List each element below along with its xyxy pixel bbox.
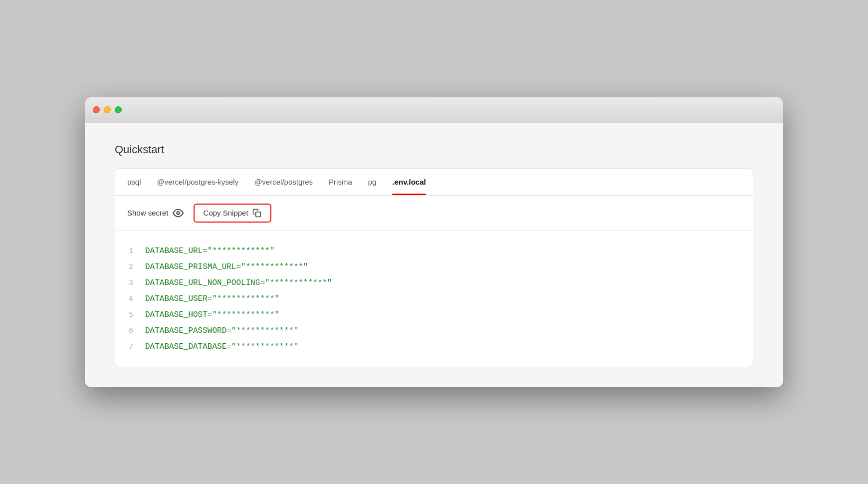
code-line-4: 4 DATABASE_USER="************": [123, 291, 741, 307]
tab-env-local[interactable]: .env.local: [392, 169, 426, 195]
code-line-7: 7 DATABASE_DATABASE="************": [123, 339, 741, 355]
tab-prisma[interactable]: Prisma: [329, 169, 352, 195]
line-number-1: 1: [123, 247, 133, 255]
tab-psql[interactable]: psql: [127, 169, 141, 195]
traffic-lights: [93, 106, 122, 113]
line-number-3: 3: [123, 279, 133, 287]
line-number-5: 5: [123, 311, 133, 319]
page-title: Quickstart: [115, 143, 753, 156]
show-secret-label: Show secret: [127, 209, 169, 217]
tab-pg[interactable]: pg: [368, 169, 377, 195]
svg-point-0: [177, 212, 180, 215]
tab-kysely[interactable]: @vercel/postgres-kysely: [157, 169, 239, 195]
maximize-button[interactable]: [115, 106, 122, 113]
line-code-3: DATABASE_URL_NON_POOLING="************": [145, 278, 332, 287]
minimize-button[interactable]: [104, 106, 111, 113]
code-line-2: 2 DATABASE_PRISMA_URL="************": [123, 259, 741, 275]
line-code-1: DATABASE_URL="************": [145, 246, 274, 255]
line-number-6: 6: [123, 327, 133, 335]
main-card: psql @vercel/postgres-kysely @vercel/pos…: [115, 168, 753, 367]
line-code-5: DATABASE_HOST="************": [145, 310, 279, 319]
tab-bar: psql @vercel/postgres-kysely @vercel/pos…: [115, 169, 753, 196]
show-secret-toggle[interactable]: Show secret: [127, 208, 184, 219]
line-number-7: 7: [123, 343, 133, 351]
titlebar: [85, 97, 783, 123]
code-line-1: 1 DATABASE_URL="************": [123, 243, 741, 259]
toolbar: Show secret Copy Snippet: [115, 196, 753, 231]
code-line-5: 5 DATABASE_HOST="************": [123, 307, 741, 323]
copy-snippet-button[interactable]: Copy Snippet: [194, 204, 271, 223]
window-body: Quickstart psql @vercel/postgres-kysely …: [85, 123, 783, 387]
svg-rect-1: [255, 212, 260, 217]
line-code-4: DATABASE_USER="************": [145, 294, 279, 303]
line-number-2: 2: [123, 263, 133, 271]
close-button[interactable]: [93, 106, 100, 113]
code-block: 1 DATABASE_URL="************" 2 DATABASE…: [115, 231, 753, 367]
code-line-6: 6 DATABASE_PASSWORD="************": [123, 323, 741, 339]
line-code-7: DATABASE_DATABASE="************": [145, 342, 298, 351]
line-code-2: DATABASE_PRISMA_URL="************": [145, 262, 308, 271]
line-code-6: DATABASE_PASSWORD="************": [145, 326, 298, 335]
line-number-4: 4: [123, 295, 133, 303]
code-line-3: 3 DATABASE_URL_NON_POOLING="************…: [123, 275, 741, 291]
copy-snippet-label: Copy Snippet: [204, 209, 248, 217]
tab-postgres[interactable]: @vercel/postgres: [254, 169, 313, 195]
copy-icon: [252, 209, 261, 218]
browser-window: Quickstart psql @vercel/postgres-kysely …: [85, 97, 783, 387]
eye-icon: [173, 208, 184, 219]
